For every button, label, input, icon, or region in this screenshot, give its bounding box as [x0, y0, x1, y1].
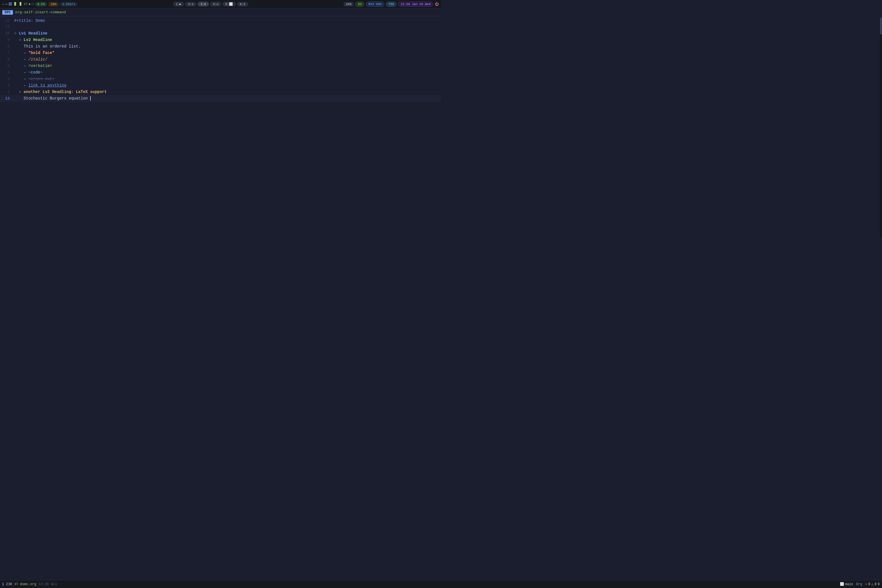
text-segment: *bold face*: [28, 51, 54, 55]
line-content: This is an ordered list.: [14, 44, 81, 50]
text-segment: ○: [14, 38, 24, 42]
line-number: 7: [0, 51, 14, 55]
line-content: ○ Lv1 Headline: [14, 30, 48, 36]
editor-line: 3 – +cross-out+: [0, 76, 441, 82]
network-speed: 3.5kb/s: [60, 2, 78, 6]
line-number: 4: [0, 70, 14, 75]
line-number: 8: [0, 44, 14, 49]
workspace-3[interactable]: 3:⊕: [198, 2, 209, 6]
line-number: 6: [0, 57, 14, 62]
battery-percent: 0.5%: [35, 2, 47, 6]
text-segment: Lv2 Headline: [24, 38, 52, 42]
editor-line: 11: [0, 24, 441, 30]
battery2-icon: 🔋: [18, 2, 22, 6]
text-segment: –: [14, 51, 28, 55]
line-content: – =verbatim=: [14, 63, 52, 69]
power-icon[interactable]: ⏻: [435, 2, 439, 6]
line-number: 10: [0, 32, 14, 36]
battery1-icon: 🔋: [13, 2, 17, 6]
line-content: – link to anything: [14, 82, 66, 88]
workspace-4[interactable]: 4:✉: [210, 2, 221, 6]
text-segment: another Lv2 Headling: LaTeX support: [24, 90, 107, 94]
text-segment: Lv1 Headline: [19, 31, 48, 36]
text-segment: This is an ordered list.: [14, 44, 81, 49]
system-icons: ✏ ▭ 🖼 🔋 🔋 🏷 ● □: [2, 2, 34, 6]
white-icon: □: [32, 2, 34, 6]
text-segment: –: [14, 76, 28, 81]
top-bar-left: ✏ ▭ 🖼 🔋 🔋 🏷 ● □ 0.5% 20% 3.5kb/s: [2, 2, 78, 6]
line-number: 2: [0, 83, 14, 88]
line-number: 11: [0, 24, 14, 28]
text-segment: link to anything: [28, 83, 66, 88]
editor-line: 12#+title: Demo: [0, 18, 441, 24]
line-number: 12: [0, 19, 14, 23]
text-segment: –: [14, 83, 28, 88]
text-segment: Stochastic Burgers equation: [14, 96, 90, 100]
top-bar-right: 26% 8% MX3 80% 75% 21:58 Jan 29 Wed ⏻: [344, 2, 439, 7]
line-number: 13: [0, 96, 14, 100]
text-segment: ○: [14, 90, 24, 94]
text-segment: /italic/: [28, 57, 47, 62]
editor-line: 13 Stochastic Burgers equation: [0, 95, 441, 102]
text-segment: #+title:: [14, 18, 36, 23]
image-icon: 🖼: [9, 2, 12, 6]
editor-line: 2 – link to anything: [0, 82, 441, 89]
top-bar: ✏ ▭ 🖼 🔋 🔋 🏷 ● □ 0.5% 20% 3.5kb/s 1:▶ 2:ε…: [0, 0, 441, 9]
battery-pill: 75%: [386, 2, 397, 7]
editor-line: 5 – =verbatim=: [0, 63, 441, 69]
datetime-pill: 21:58 Jan 29 Wed: [398, 2, 433, 7]
line-content: ○ another Lv2 Headling: LaTeX support: [14, 89, 107, 95]
green-icon: ●: [28, 2, 30, 6]
edit-icon: ✏: [2, 2, 4, 6]
text-segment: ○: [14, 31, 19, 36]
mode-bar: SPC org-self-insert-command: [0, 9, 441, 16]
text-segment: ~code~: [28, 70, 42, 75]
line-content: Stochastic Burgers equation: [14, 96, 91, 102]
text-segment: –: [14, 64, 28, 68]
line-content: – *bold face*: [14, 50, 54, 56]
text-segment: +cross-out+: [28, 76, 54, 81]
mode-command: org-self-insert-command: [15, 10, 66, 14]
editor-area[interactable]: 12#+title: Demo1110○ Lv1 Headline9 ○ Lv2…: [0, 16, 441, 243]
editor-line: 7 – *bold face*: [0, 50, 441, 56]
line-number: 9: [0, 38, 14, 42]
editor-line: 9 ○ Lv2 Headline: [0, 37, 441, 43]
workspace-switcher: 1:▶ 2:ε 3:⊕ 4:✉ 5:⬜ 8:Z: [79, 2, 342, 6]
editor-line: 4 – ~code~: [0, 69, 441, 76]
editor-line: 1 ○ another Lv2 Headling: LaTeX support: [0, 89, 441, 95]
line-content: – /italic/: [14, 57, 48, 63]
line-number: 1: [0, 90, 14, 94]
line-content: ○ Lv2 Headline: [14, 37, 52, 43]
line-content: – ~code~: [14, 69, 43, 75]
editor-line: 10○ Lv1 Headline: [0, 30, 441, 37]
text-segment: –: [14, 57, 28, 62]
mem1-pill: 26%: [344, 2, 354, 6]
workspace-8[interactable]: 8:Z: [237, 2, 248, 6]
text-segment: –: [14, 70, 28, 75]
editor-line: 6 – /italic/: [0, 56, 441, 63]
editor-line: 8 This is an ordered list.: [0, 43, 441, 50]
mx3-pill: MX3 80%: [366, 2, 384, 7]
mode-tag: SPC: [2, 10, 13, 15]
tag-icon: 🏷: [24, 2, 27, 6]
text-segment: Demo: [36, 18, 45, 23]
cpu-percent: 20%: [48, 2, 58, 6]
line-number: 5: [0, 64, 14, 68]
text-cursor: [90, 96, 91, 100]
mem2-pill: 8%: [356, 2, 364, 7]
workspace-1[interactable]: 1:▶: [173, 2, 184, 6]
workspace-2[interactable]: 2:ε: [185, 2, 196, 6]
text-segment: =verbatim=: [28, 64, 52, 68]
workspace-5[interactable]: 5:⬜: [222, 2, 236, 6]
window-icon: ▭: [5, 2, 8, 6]
line-content: – +cross-out+: [14, 76, 54, 82]
line-content: #+title: Demo: [14, 18, 45, 24]
line-number: 3: [0, 77, 14, 81]
